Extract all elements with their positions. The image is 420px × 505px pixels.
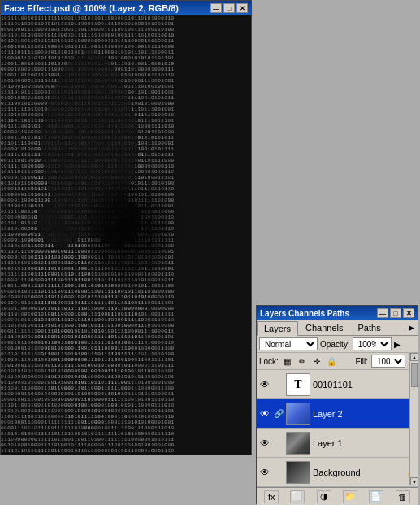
layer-row-layer2[interactable]: 👁 🔗 Layer 2: [257, 399, 418, 429]
layer-chain-text: [274, 378, 284, 391]
layers-titlebar: Layers Channels Paths — □ ✕: [257, 306, 418, 320]
layer-visibility-text[interactable]: 👁: [258, 378, 271, 391]
layer-visibility-layer1[interactable]: 👁: [258, 437, 271, 450]
canvas-area: 1011110010111111110001110101101100000110…: [1, 15, 251, 455]
layer-name-layer2: Layer 2: [313, 409, 416, 419]
layer-thumb-text: T: [286, 373, 310, 396]
fill-select[interactable]: 100% 75%: [371, 355, 405, 368]
layer-row-layer1[interactable]: 👁 Layer 1: [257, 429, 418, 458]
layer-group-btn[interactable]: 📁: [343, 490, 357, 503]
lock-label: Lock:: [259, 357, 279, 366]
layer-thumb-background: [286, 461, 310, 484]
layers-titlebar-controls: — □ ✕: [377, 308, 414, 318]
tab-channels[interactable]: Channels: [298, 320, 350, 335]
lock-transparent-btn[interactable]: ▦: [282, 355, 293, 367]
layers-panel: Layers Channels Paths — □ ✕ Layers Chann…: [256, 305, 418, 504]
layer-style-btn[interactable]: fx: [264, 490, 279, 503]
opacity-label: Opacity:: [320, 340, 350, 349]
lock-position-btn[interactable]: ✛: [311, 355, 323, 367]
layer-adjustment-btn[interactable]: ◑: [317, 490, 331, 503]
layer-row-text[interactable]: 👁 T 00101101: [257, 370, 418, 399]
blend-mode-select[interactable]: Normal Multiply Screen: [259, 337, 318, 350]
canvas-minimize-btn[interactable]: —: [210, 3, 222, 13]
canvas-titlebar: Face Effect.psd @ 100% (Layer 2, RGB/8) …: [1, 1, 251, 15]
lock-paint-btn[interactable]: ✏: [297, 355, 308, 367]
layers-list: 👁 T 00101101 👁 🔗 Layer 2 👁 Layer 1: [257, 370, 418, 487]
layer-thumb-layer2: [286, 403, 310, 425]
layers-minimize-btn[interactable]: —: [377, 308, 388, 318]
layers-scrollbar[interactable]: ▲ ▼: [409, 353, 418, 485]
lock-row: Lock: ▦ ✏ ✛ 🔒 Fill: 100% 75% ▶: [257, 353, 418, 370]
layers-toolbar: fx ⬜ ◑ 📁 📄 🗑: [257, 487, 418, 505]
fill-label: Fill:: [355, 357, 368, 366]
scrollbar-thumb[interactable]: [411, 363, 418, 387]
opacity-arrow[interactable]: ▶: [394, 340, 401, 349]
blend-opacity-row: Normal Multiply Screen Opacity: 100% 75%…: [257, 336, 418, 353]
canvas-close-btn[interactable]: ✕: [236, 3, 248, 13]
tab-paths[interactable]: Paths: [351, 320, 388, 335]
layers-maximize-btn[interactable]: □: [390, 308, 401, 318]
layer-visibility-layer2[interactable]: 👁: [258, 407, 271, 420]
layer-new-btn[interactable]: 📄: [369, 490, 383, 503]
layer-chain-layer1: [274, 437, 284, 450]
canvas-titlebar-controls: — □ ✕: [210, 3, 248, 13]
binary-canvas: 1011110010111111110001110101101100000110…: [1, 15, 251, 455]
layer-delete-btn[interactable]: 🗑: [396, 490, 410, 503]
layer-row-background[interactable]: 👁 Background 🔒: [257, 458, 418, 487]
layers-title: Layers Channels Paths: [260, 309, 349, 318]
canvas-maximize-btn[interactable]: □: [223, 3, 235, 13]
scrollbar-down-btn[interactable]: ▼: [410, 477, 418, 485]
canvas-window: Face Effect.psd @ 100% (Layer 2, RGB/8) …: [0, 0, 252, 455]
opacity-select[interactable]: 100% 75% 50%: [353, 337, 392, 350]
layer-visibility-background[interactable]: 👁: [258, 466, 271, 479]
layers-tabs-bar: Layers Channels Paths ▶: [257, 320, 418, 336]
layers-close-btn[interactable]: ✕: [403, 308, 414, 318]
layer-mask-btn[interactable]: ⬜: [290, 490, 305, 503]
panel-menu-arrow[interactable]: ▶: [405, 321, 418, 334]
layer-name-text: 00101101: [313, 380, 416, 390]
canvas-title: Face Effect.psd @ 100% (Layer 2, RGB/8): [4, 3, 179, 13]
layer-chain-layer2: 🔗: [274, 407, 284, 420]
lock-all-btn[interactable]: 🔒: [326, 355, 337, 367]
layer-thumb-layer1: [286, 432, 310, 455]
tab-layers[interactable]: Layers: [257, 321, 298, 336]
scrollbar-up-btn[interactable]: ▲: [410, 353, 418, 361]
layer-chain-background: [274, 466, 284, 479]
layer-name-layer1: Layer 1: [313, 438, 416, 448]
layer-name-background: Background: [313, 468, 404, 477]
